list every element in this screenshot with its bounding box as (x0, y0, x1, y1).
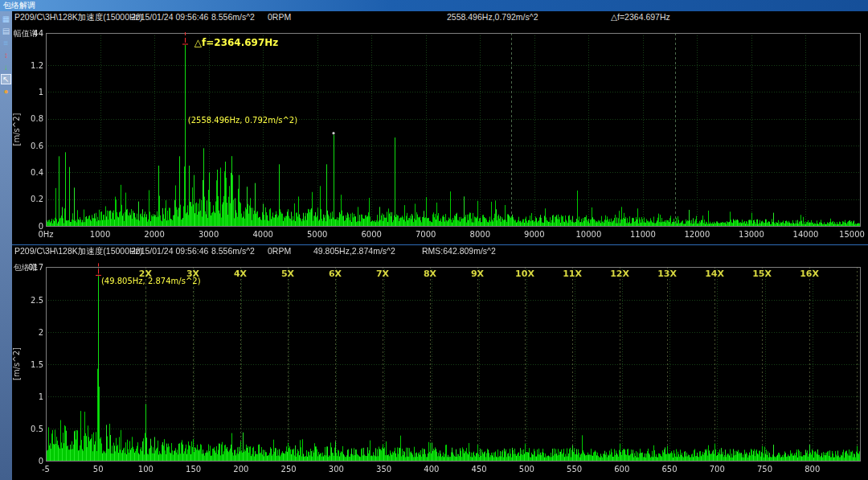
waveform-chart-icon[interactable]: ▤ (1, 26, 11, 36)
left-toolbar: ▦▤≡↕↓↖● (0, 11, 12, 480)
amplitude-spectrum-panel: P209/C\3H\128K加速度(15000Hz) 2015/01/24 09… (12, 11, 868, 245)
header-datetime: 2015/01/24 09:56:46 (131, 11, 208, 23)
window-titlebar: 包络解调 (0, 0, 868, 11)
envelope-spectrum-panel: P209/C\3H\128K加速度(15000Hz) 2015/01/24 09… (12, 245, 868, 480)
header-rms: RMS:642.809m/s^2 (422, 245, 496, 256)
header-cursor-readout: 49.805Hz,2.874m/s^2 (313, 245, 395, 256)
cursor-tool-icon[interactable]: ↖ (1, 74, 11, 84)
window-title: 包络解调 (3, 1, 35, 10)
header-rpm: 0RPM (268, 11, 291, 23)
header-peak-amplitude: 8.556m/s^2 (211, 245, 255, 256)
header-rpm: 0RPM (268, 245, 291, 256)
amplitude-panel-header: P209/C\3H\128K加速度(15000Hz) 2015/01/24 09… (12, 11, 868, 23)
spectrum-chart-icon[interactable]: ▦ (1, 14, 11, 24)
header-delta-f: △f=2364.697Hz (611, 11, 670, 23)
header-channel-info: P209/C\3H\128K加速度(15000Hz) (14, 245, 142, 256)
envelope-panel-header: P209/C\3H\128K加速度(15000Hz) 2015/01/24 09… (12, 245, 868, 256)
stacked-views-icon[interactable]: ≡ (1, 38, 11, 48)
app-body: ▦▤≡↕↓↖● P209/C\3H\128K加速度(15000Hz) 2015/… (0, 11, 868, 480)
updown-arrows-icon[interactable]: ↕ (1, 50, 11, 60)
amplitude-spectrum-chart[interactable] (12, 23, 868, 245)
header-peak-amplitude: 8.556m/s^2 (211, 11, 255, 23)
header-cursor-readout: 2558.496Hz,0.792m/s^2 (447, 11, 538, 23)
header-channel-info: P209/C\3H\128K加速度(15000Hz) (14, 11, 142, 23)
main-area: P209/C\3H\128K加速度(15000Hz) 2015/01/24 09… (12, 11, 868, 480)
envelope-spectrum-chart[interactable] (12, 256, 868, 480)
down-arrow-icon[interactable]: ↓ (1, 62, 11, 72)
header-datetime: 2015/01/24 09:56:46 (131, 245, 208, 256)
marker-tool-icon[interactable]: ● (1, 86, 11, 96)
